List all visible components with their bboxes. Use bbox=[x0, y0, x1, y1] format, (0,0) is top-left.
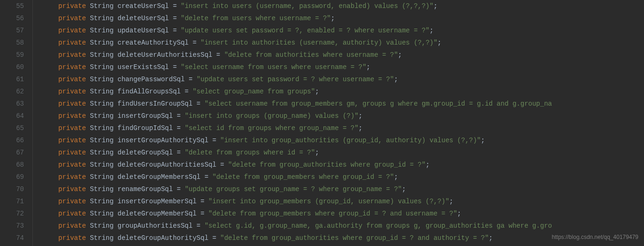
code-area[interactable]: private String createUserSql = "insert i… bbox=[33, 0, 644, 246]
field-name: changePasswordSql bbox=[118, 76, 185, 83]
field-name: insertGroupSql bbox=[118, 112, 173, 120]
type-string: String bbox=[90, 198, 113, 205]
string-literal: "insert into users (username, password, … bbox=[181, 2, 433, 10]
code-line[interactable]: private String findUsersInGroupSql = "se… bbox=[39, 98, 644, 110]
field-name: findGroupIdSql bbox=[118, 124, 173, 132]
field-name: deleteUserSql bbox=[118, 15, 169, 22]
assign-operator: = bbox=[185, 76, 196, 83]
type-string: String bbox=[90, 124, 113, 132]
keyword-private: private bbox=[58, 88, 86, 95]
semicolon: ; bbox=[398, 51, 402, 59]
line-number-gutter: 5556575859606162636465666768697071727374 bbox=[0, 0, 33, 246]
code-line[interactable]: private String deleteGroupAuthoritySql =… bbox=[39, 232, 644, 244]
code-line[interactable]: private String updateUserSql = "update u… bbox=[39, 24, 644, 37]
keyword-private: private bbox=[58, 15, 86, 22]
type-string: String bbox=[90, 222, 113, 230]
semicolon: ; bbox=[425, 161, 429, 169]
assign-operator: = bbox=[169, 63, 181, 71]
code-line[interactable]: private String insertGroupMemberSql = "i… bbox=[39, 195, 644, 208]
assign-operator: = bbox=[196, 210, 208, 217]
assign-operator: = bbox=[196, 198, 208, 205]
code-line[interactable]: private String insertGroupSql = "insert … bbox=[39, 110, 644, 122]
semicolon: ; bbox=[394, 76, 398, 83]
type-string: String bbox=[90, 173, 113, 181]
line-number: 71 bbox=[0, 195, 24, 208]
string-literal: "delete from groups where id = ?" bbox=[185, 149, 315, 156]
semicolon: ; bbox=[457, 210, 461, 217]
type-string: String bbox=[90, 27, 113, 34]
type-string: String bbox=[90, 100, 113, 108]
type-string: String bbox=[90, 185, 113, 193]
type-string: String bbox=[90, 15, 113, 22]
assign-operator: = bbox=[212, 51, 224, 59]
code-line[interactable]: private String userExistsSql = "select u… bbox=[39, 61, 644, 73]
assign-operator: = bbox=[208, 234, 220, 242]
string-literal: "delete from authorities where username … bbox=[224, 51, 398, 59]
code-line[interactable]: private String deleteGroupAuthoritiesSql… bbox=[39, 159, 644, 171]
code-line[interactable]: private String groupAuthoritiesSql = "se… bbox=[39, 220, 644, 232]
code-line[interactable]: private String deleteGroupSql = "delete … bbox=[39, 146, 644, 159]
assign-operator: = bbox=[216, 161, 228, 169]
string-literal: "insert into groups (group_name) values … bbox=[185, 112, 359, 120]
code-line[interactable]: private String deleteUserAuthoritiesSql … bbox=[39, 49, 644, 61]
code-line[interactable]: private String deleteUserSql = "delete f… bbox=[39, 12, 644, 24]
keyword-private: private bbox=[58, 222, 86, 230]
assign-operator: = bbox=[169, 2, 181, 10]
field-name: deleteGroupSql bbox=[118, 149, 173, 156]
semicolon: ; bbox=[394, 173, 398, 181]
semicolon: ; bbox=[315, 88, 319, 95]
semicolon: ; bbox=[438, 39, 441, 46]
line-number: 63 bbox=[0, 98, 24, 110]
semicolon: ; bbox=[366, 63, 370, 71]
type-string: String bbox=[90, 149, 113, 156]
assign-operator: = bbox=[169, 15, 181, 22]
line-number: 69 bbox=[0, 171, 24, 183]
code-editor[interactable]: 5556575859606162636465666768697071727374… bbox=[0, 0, 644, 246]
string-literal: "select g.id, g.group_name, ga.authority… bbox=[204, 222, 552, 230]
assign-operator: = bbox=[169, 27, 181, 34]
string-literal: "select username from users where userna… bbox=[181, 63, 366, 71]
semicolon: ; bbox=[359, 124, 362, 132]
line-number: 64 bbox=[0, 110, 24, 122]
line-number: 67 bbox=[0, 146, 24, 159]
code-line[interactable]: private String createUserSql = "insert i… bbox=[39, 0, 644, 12]
code-line[interactable]: private String deleteGroupMemberSql = "d… bbox=[39, 208, 644, 220]
keyword-private: private bbox=[58, 76, 86, 83]
string-literal: "insert into authorities (username, auth… bbox=[201, 39, 438, 46]
code-line[interactable]: private String renameGroupSql = "update … bbox=[39, 183, 644, 195]
keyword-private: private bbox=[58, 149, 86, 156]
keyword-private: private bbox=[58, 210, 86, 217]
line-number: 59 bbox=[0, 49, 24, 61]
keyword-private: private bbox=[58, 112, 86, 120]
string-literal: "insert into group_members (group_id, us… bbox=[208, 198, 449, 205]
type-string: String bbox=[90, 39, 113, 46]
semicolon: ; bbox=[402, 185, 406, 193]
field-name: userExistsSql bbox=[118, 63, 169, 71]
keyword-private: private bbox=[58, 63, 86, 71]
assign-operator: = bbox=[200, 173, 212, 181]
code-line[interactable]: private String insertGroupAuthoritySql =… bbox=[39, 134, 644, 146]
line-number: 58 bbox=[0, 37, 24, 49]
semicolon: ; bbox=[315, 149, 319, 156]
string-literal: "update groups set group_name = ? where … bbox=[185, 185, 402, 193]
keyword-private: private bbox=[58, 124, 86, 132]
line-number: 68 bbox=[0, 159, 24, 171]
code-line[interactable]: private String findAllGroupsSql = "selec… bbox=[39, 85, 644, 98]
line-number: 70 bbox=[0, 183, 24, 195]
field-name: createUserSql bbox=[118, 2, 169, 10]
code-line[interactable]: private String findGroupIdSql = "select … bbox=[39, 122, 644, 134]
line-number: 55 bbox=[0, 0, 24, 12]
type-string: String bbox=[90, 161, 113, 169]
type-string: String bbox=[90, 112, 113, 120]
field-name: insertGroupAuthoritySql bbox=[118, 137, 208, 144]
code-line[interactable]: private String changePasswordSql = "upda… bbox=[39, 73, 644, 85]
code-line[interactable]: private String createAuthoritySql = "ins… bbox=[39, 37, 644, 49]
string-literal: "update users set password = ?, enabled … bbox=[181, 27, 429, 34]
field-name: deleteGroupAuthoritySql bbox=[118, 234, 208, 242]
line-number: 62 bbox=[0, 85, 24, 98]
field-name: renameGroupSql bbox=[118, 185, 173, 193]
code-line[interactable]: private String deleteGroupMembersSql = "… bbox=[39, 171, 644, 183]
keyword-private: private bbox=[58, 234, 86, 242]
line-number: 72 bbox=[0, 208, 24, 220]
type-string: String bbox=[90, 2, 113, 10]
